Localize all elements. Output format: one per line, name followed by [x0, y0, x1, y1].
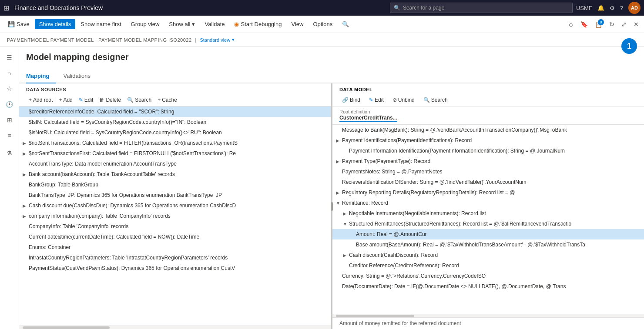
open-in-new-icon[interactable]: ⤢	[620, 19, 628, 30]
edit-button-left[interactable]: ✎ Edit	[76, 96, 96, 104]
left-tree-item[interactable]: ▶Bank account(bankAccount): Table 'BankA…	[19, 169, 331, 179]
add-button[interactable]: + Add	[56, 96, 75, 104]
left-tree-item[interactable]: ▶$notSentTransactions: Calculated field …	[19, 138, 331, 148]
right-tree-item-text: Cash discount(CashDiscount): Record	[349, 252, 641, 258]
start-debugging-button[interactable]: ◉ Start Debugging	[230, 19, 286, 29]
sidebar-home-icon[interactable]: ⌂	[3, 66, 17, 80]
left-tree-item[interactable]: IntrastatCountryRegionParameters: Table …	[19, 253, 331, 263]
right-tree-item[interactable]: RecieversIdentificationOfSender: String …	[332, 177, 644, 187]
left-tree-item[interactable]: AccountTransType: Data model enumeration…	[19, 159, 331, 169]
right-tree-item[interactable]: Base amount(BaseAmount): Real = @.'$TaxW…	[332, 239, 644, 250]
left-tree-item[interactable]: ▶Cash discount due(CashDiscDue): Dynamic…	[19, 200, 331, 211]
toolbar-search-button[interactable]: 🔍	[338, 19, 353, 29]
validate-button[interactable]: Validate	[200, 19, 229, 29]
add-root-button[interactable]: + Add root	[26, 96, 55, 104]
right-tree-item[interactable]: Amount: Real = @.AmountCur	[332, 229, 644, 239]
left-tree-item[interactable]: ▶$notSentTransactionsFirst: Calculated f…	[19, 148, 331, 159]
right-tree-item[interactable]: Date(DocumentDate): Date = IF(@.Document…	[332, 281, 644, 292]
left-hscroll-thumb[interactable]	[23, 326, 110, 329]
expand-icon: ▶	[23, 203, 29, 208]
right-hscroll-thumb[interactable]	[336, 315, 414, 317]
right-tree-item[interactable]: Payment Information Identification(Payme…	[332, 146, 644, 156]
help-icon[interactable]: ?	[620, 5, 623, 11]
left-tree-item[interactable]: PaymentStatus(CustVendPaymStatus): Dynam…	[19, 263, 331, 273]
right-tree-item[interactable]: ▼Structured Remittances(StructuredRemitt…	[332, 219, 644, 229]
right-panel-title: DATA MODEL	[332, 83, 644, 94]
right-tree-item[interactable]: ▼Remittance: Record	[332, 198, 644, 208]
sidebar-menu-icon[interactable]: ☰	[3, 50, 17, 64]
view-button[interactable]: View	[287, 19, 308, 29]
left-tree-item[interactable]: ▶company information(company): Table 'Co…	[19, 211, 331, 221]
vertical-splitter[interactable]	[331, 83, 332, 329]
sidebar-filter-icon[interactable]: ⚗	[3, 146, 17, 160]
root-def-area: Root definition CustomerCreditTrans...	[332, 106, 644, 125]
left-tree-item-text: IntrastatCountryRegionParameters: Table …	[29, 255, 327, 261]
unbind-button[interactable]: ⊘ Unbind	[390, 96, 417, 104]
search-bar[interactable]: 🔍 Search for a page	[390, 3, 573, 13]
show-name-first-button[interactable]: Show name first	[76, 19, 125, 29]
content-area: Model mapping designer Mapping Validatio…	[19, 47, 644, 329]
settings-icon[interactable]: ⚙	[610, 5, 615, 11]
root-def-label: Root definition	[339, 109, 637, 114]
add-root-icon: +	[29, 97, 32, 103]
left-tree-item[interactable]: Current date&time(currentDateTime): Calc…	[19, 232, 331, 242]
right-tree-item[interactable]: Message to Bank(MsgBank): String = @.'ve…	[332, 125, 644, 135]
left-tree-item[interactable]: BankGroup: Table BankGroup	[19, 179, 331, 190]
left-tree-item-text: AccountTransType: Data model enumeration…	[29, 161, 327, 167]
right-tree-item[interactable]: ▶Cash discount(CashDiscount): Record	[332, 250, 644, 260]
right-tree-item[interactable]: ▶Negotiable Instruments(NegotiableInstru…	[332, 208, 644, 219]
edit-button-right[interactable]: ✎ Edit	[366, 96, 386, 104]
left-tree-item[interactable]: BankTransType_JP: Dynamics 365 for Opera…	[19, 190, 331, 200]
delete-button[interactable]: 🗑 Delete	[97, 96, 124, 104]
left-tree-item[interactable]: $IsIN: Calculated field = SysCountryRegi…	[19, 117, 331, 127]
sidebar-clock-icon[interactable]: 🕐	[3, 97, 17, 111]
expand-icon: ▶	[343, 211, 349, 216]
search-icon: 🔍	[394, 5, 400, 11]
right-tree-item[interactable]: Currency: String = @.'>Relations'.Curren…	[332, 271, 644, 281]
step-indicator: 1	[621, 38, 637, 54]
bind-button[interactable]: 🔗 Bind	[339, 96, 363, 104]
save-button[interactable]: 💾 Save	[3, 19, 34, 29]
sidebar-grid-icon[interactable]: ⊞	[3, 113, 17, 127]
right-tree-item[interactable]: ▶Payment Type(PaymentType): Record	[332, 156, 644, 166]
edit-icon-right: ✎	[369, 97, 373, 103]
user-avatar[interactable]: AD	[628, 2, 641, 14]
sidebar-star-icon[interactable]: ☆	[3, 82, 17, 96]
right-tree-item-text: PaymentsNotes: String = @.PaymentNotes	[342, 169, 641, 175]
left-hscroll[interactable]	[19, 326, 331, 329]
tab-validations[interactable]: Validations	[63, 69, 97, 83]
show-details-button[interactable]: Show details	[35, 19, 76, 29]
right-tree-item-text: Payment Identifications(PaymentIdentific…	[342, 137, 641, 143]
notification-icon[interactable]: 🔔	[597, 5, 604, 11]
right-tree-item[interactable]: Creditor Reference(CreditorReference): R…	[332, 260, 644, 271]
search-icon-right: 🔍	[423, 97, 430, 103]
top-nav-right: USMF 🔔 ⚙ ? AD	[576, 2, 641, 14]
show-all-button[interactable]: Show all ▾	[164, 19, 199, 29]
right-tree-item-text: Base amount(BaseAmount): Real = @.'$TaxW…	[356, 242, 641, 248]
toolbar-search-icon: 🔍	[342, 21, 349, 27]
cache-button[interactable]: + Cache	[155, 96, 180, 104]
bookmark-icon[interactable]: 🔖	[579, 19, 590, 30]
left-tree-item[interactable]: CompanyInfo: Table 'CompanyInfo' records	[19, 221, 331, 232]
sidebar-list-icon[interactable]: ≡	[3, 129, 17, 143]
options-button[interactable]: Options	[309, 19, 337, 29]
search-button-left[interactable]: 🔍 Search	[124, 96, 154, 104]
close-icon[interactable]: ✕	[632, 19, 641, 30]
diamond-icon[interactable]: ◇	[567, 19, 575, 30]
right-tree-item[interactable]: PaymentsNotes: String = @.PaymentNotes	[332, 166, 644, 177]
search-button-right[interactable]: 🔍 Search	[421, 96, 450, 104]
right-tree-item[interactable]: ▶Regulatory Reporting Details(Regulatory…	[332, 187, 644, 198]
group-view-button[interactable]: Group view	[127, 19, 164, 29]
tab-mapping[interactable]: Mapping	[26, 69, 56, 83]
left-tree-item[interactable]: Enums: Container	[19, 242, 331, 253]
app-title: Finance and Operations Preview	[14, 4, 386, 11]
app-grid-icon[interactable]: ⊞	[3, 4, 9, 12]
right-hscroll[interactable]	[332, 314, 644, 317]
left-tree-item[interactable]: $creditorReferenceInfoCode: Calculated f…	[19, 106, 331, 117]
view-selector[interactable]: Standard view ▾	[200, 37, 235, 43]
refresh-icon[interactable]: ↻	[607, 19, 616, 30]
search-placeholder: Search for a page	[403, 5, 444, 11]
badge-icon[interactable]: 📋0	[593, 19, 604, 30]
left-tree-item[interactable]: $isNotRU: Calculated field = SysCountryR…	[19, 127, 331, 138]
right-tree-item[interactable]: ▶Payment Identifications(PaymentIdentifi…	[332, 135, 644, 146]
